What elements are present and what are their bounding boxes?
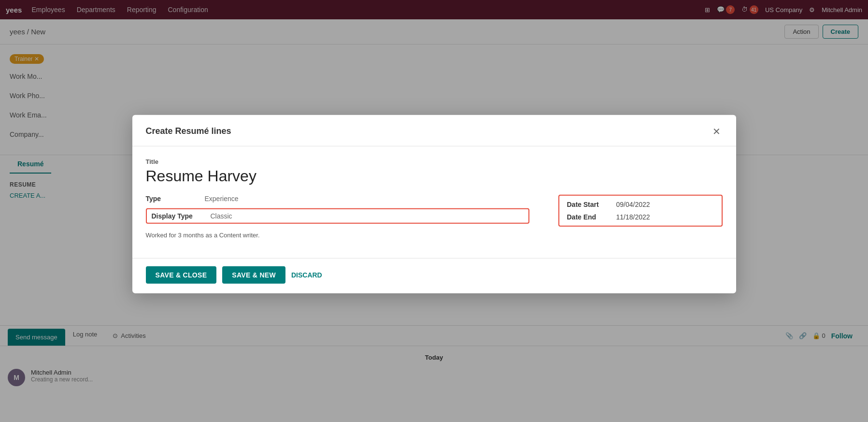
type-label: Type xyxy=(146,194,199,202)
fields-grid: Type Experience Display Type Classic Wor… xyxy=(146,194,723,238)
save-new-button[interactable]: SAVE & NEW xyxy=(222,266,285,283)
type-value[interactable]: Experience xyxy=(205,194,239,202)
save-close-button[interactable]: SAVE & CLOSE xyxy=(146,266,217,283)
date-end-value[interactable]: 11/18/2022 xyxy=(616,213,650,220)
display-type-field-row: Display Type Classic xyxy=(146,208,529,223)
discard-button[interactable]: DISCARD xyxy=(291,271,322,278)
left-fields: Type Experience Display Type Classic Wor… xyxy=(146,194,529,238)
display-type-label: Display Type xyxy=(152,212,205,219)
description-text: Worked for 3 months as a Content writer. xyxy=(146,231,529,238)
date-start-value[interactable]: 09/04/2022 xyxy=(616,200,650,208)
title-field-label: Title xyxy=(146,158,723,165)
type-field-row: Type Experience xyxy=(146,194,529,202)
modal-header: Create Resumé lines ✕ xyxy=(132,115,736,146)
display-type-value[interactable]: Classic xyxy=(211,212,232,219)
date-start-label: Date Start xyxy=(567,200,611,208)
modal-close-button[interactable]: ✕ xyxy=(711,124,723,138)
modal-footer: SAVE & CLOSE SAVE & NEW DISCARD xyxy=(132,258,736,293)
modal-title: Create Resumé lines xyxy=(146,126,231,136)
date-end-row: Date End 11/18/2022 xyxy=(567,213,714,220)
date-end-label: Date End xyxy=(567,213,611,220)
right-fields: Date Start 09/04/2022 Date End 11/18/202… xyxy=(558,194,723,238)
date-start-row: Date Start 09/04/2022 xyxy=(567,200,714,208)
create-resume-modal: Create Resumé lines ✕ Title Resume Harve… xyxy=(132,115,736,293)
dates-box: Date Start 09/04/2022 Date End 11/18/202… xyxy=(558,194,723,226)
modal-body: Title Resume Harvey Type Experience Disp… xyxy=(132,146,736,258)
resume-name-value[interactable]: Resume Harvey xyxy=(146,167,723,185)
